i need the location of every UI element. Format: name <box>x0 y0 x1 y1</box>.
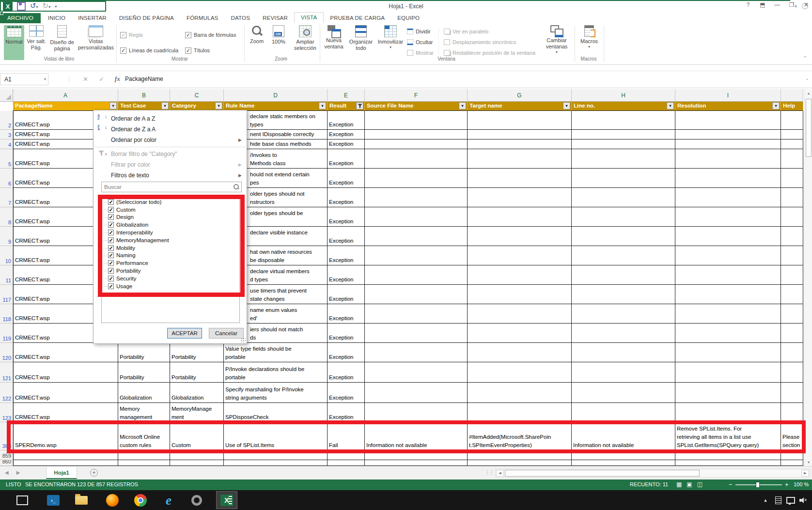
table-header-J[interactable]: Help <box>781 102 803 111</box>
cell-D860[interactable] <box>224 460 328 466</box>
filter-button-G[interactable]: ▾ <box>563 102 570 109</box>
cell-H3[interactable] <box>572 130 675 139</box>
filter-button-C[interactable]: ▾ <box>215 102 222 109</box>
column-header-G[interactable]: G <box>468 89 572 102</box>
row-header-368[interactable]: 368 <box>0 422 13 450</box>
cell-G368[interactable]: #ItemAdded(Microsoft.SharePoint.SPItemEv… <box>468 422 572 450</box>
cell-H859[interactable] <box>572 450 675 460</box>
show-hidden-icons-button[interactable]: ▲ <box>760 490 771 510</box>
row-header-119[interactable]: 119 <box>0 324 13 343</box>
cell-G859[interactable] <box>468 450 572 460</box>
cell-E117[interactable]: Exception <box>328 285 365 304</box>
cell-F120[interactable] <box>365 343 468 362</box>
cell-F122[interactable] <box>365 383 468 403</box>
filter-search-input[interactable] <box>101 182 242 192</box>
cell-A122[interactable]: CRMECT.wsp <box>13 383 118 403</box>
cell-F123[interactable] <box>365 403 468 422</box>
row-header-121[interactable]: 121 <box>0 362 13 383</box>
cell-J118[interactable] <box>781 304 803 324</box>
cell-I6[interactable] <box>675 169 781 188</box>
cell-F118[interactable] <box>365 304 468 324</box>
cell-F368[interactable]: Information not available <box>365 422 468 450</box>
cell-E8[interactable]: Exception <box>328 207 365 227</box>
cell-C120[interactable]: Portability <box>170 343 224 362</box>
cell-H10[interactable] <box>572 246 675 265</box>
cell-G121[interactable] <box>468 362 572 383</box>
cell-G6[interactable] <box>468 169 572 188</box>
cell-G120[interactable] <box>468 343 572 362</box>
cell-I859[interactable] <box>675 450 781 460</box>
cell-F5[interactable] <box>365 149 468 169</box>
scroll-up-icon[interactable]: ▲ <box>805 89 812 97</box>
filter-option-mobility[interactable]: ✓Mobility <box>102 244 239 252</box>
sheet-tab-hoja1[interactable]: Hoja1 <box>46 467 77 479</box>
cell-F859[interactable] <box>365 450 468 460</box>
column-header-E[interactable]: E <box>328 89 365 102</box>
horizontal-scrollbar[interactable]: ◀ ▶ <box>495 469 810 478</box>
cell-I5[interactable] <box>675 149 781 169</box>
cell-F3[interactable] <box>365 130 468 139</box>
column-header-B[interactable]: B <box>118 89 170 102</box>
taskbar-firefox-button[interactable] <box>102 491 123 509</box>
cell-I9[interactable] <box>675 227 781 246</box>
cell-F119[interactable] <box>365 324 468 343</box>
cell-C122[interactable]: Globalization <box>170 383 224 403</box>
cell-D368[interactable]: Use of SPList.Items <box>224 422 328 450</box>
cell-J119[interactable] <box>781 324 803 343</box>
select-all-corner[interactable] <box>0 89 13 102</box>
cell-B123[interactable]: Memorymanagement <box>118 403 170 422</box>
column-header-J[interactable] <box>781 89 803 102</box>
taskbar-chrome-button[interactable] <box>130 491 151 509</box>
cell-D859[interactable] <box>224 450 328 460</box>
tray-document-button[interactable] <box>772 490 784 510</box>
cell-E123[interactable]: Exception <box>328 403 365 422</box>
cell-H4[interactable] <box>572 139 675 149</box>
zoom-slider-thumb[interactable] <box>756 482 760 488</box>
filter-button-F[interactable]: ▾ <box>459 102 466 109</box>
cell-J6[interactable] <box>781 169 803 188</box>
cell-J7[interactable] <box>781 188 803 207</box>
cell-A123[interactable]: CRMECT.wsp <box>13 403 118 422</box>
cell-H8[interactable] <box>572 207 675 227</box>
sheet-nav-right-icon[interactable]: ▶ <box>16 470 20 475</box>
cell-B121[interactable]: Portability <box>118 362 170 383</box>
page-layout-shortcut-icon[interactable]: ▣ <box>687 481 692 488</box>
aceptar-button[interactable]: ACEPTAR <box>167 328 202 339</box>
cell-I121[interactable] <box>675 362 781 383</box>
cell-F10[interactable] <box>365 246 468 265</box>
row-header-118[interactable]: 118 <box>0 304 13 324</box>
cell-E859[interactable] <box>328 450 365 460</box>
taskbar-copy-files-button[interactable] <box>12 491 33 509</box>
cell-F860[interactable] <box>365 460 468 466</box>
cell-C121[interactable]: Portability <box>170 362 224 383</box>
cell-I860[interactable] <box>675 460 781 466</box>
cell-B368[interactable]: Microsoft Onlinecustom rules <box>118 422 170 450</box>
column-header-H[interactable]: H <box>572 89 675 102</box>
cell-J5[interactable] <box>781 149 803 169</box>
cell-B122[interactable]: Globalization <box>118 383 170 403</box>
row-header-11[interactable]: 11 <box>0 265 13 285</box>
cell-E860[interactable] <box>328 460 365 466</box>
cell-A859[interactable] <box>13 450 118 460</box>
cell-I7[interactable] <box>675 188 781 207</box>
taskbar-terminal-button[interactable]: ›_ <box>43 491 64 509</box>
row-header-10[interactable]: 10 <box>0 246 13 265</box>
menu-sort-z-to-a[interactable]: ZA↓ Ordenar de Z a A <box>94 124 247 135</box>
cell-I8[interactable] <box>675 207 781 227</box>
table-header-H[interactable]: Line no.▾ <box>572 102 675 111</box>
cell-E2[interactable]: Exception <box>328 111 365 130</box>
cell-A120[interactable]: CRMECT.wsp <box>13 343 118 362</box>
cell-E119[interactable]: Exception <box>328 324 365 343</box>
zoom-percentage[interactable]: 100 % <box>794 481 809 487</box>
filter-button-I[interactable]: ▾ <box>772 102 780 109</box>
column-header-A[interactable]: A <box>13 89 118 102</box>
cell-H117[interactable] <box>572 285 675 304</box>
row-header-117[interactable]: 117 <box>0 285 13 304</box>
normal-view-shortcut-icon[interactable]: ▦ <box>676 481 682 488</box>
cell-J8[interactable] <box>781 207 803 227</box>
cell-H2[interactable] <box>572 111 675 130</box>
column-header-I[interactable]: I <box>675 89 781 102</box>
cell-H6[interactable] <box>572 169 675 188</box>
column-header-D[interactable]: D <box>224 89 328 102</box>
cell-J368[interactable]: Pleasesection <box>781 422 803 450</box>
